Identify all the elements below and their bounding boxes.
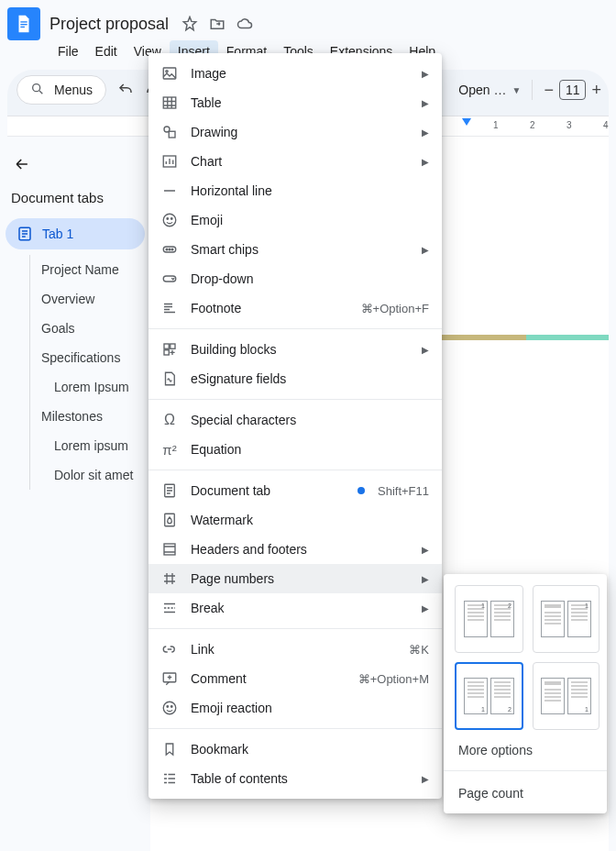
- insert-bookmark[interactable]: Bookmark: [148, 735, 442, 764]
- horizontal-line-icon: [161, 182, 178, 199]
- chevron-right-icon: ▶: [422, 98, 429, 108]
- svg-rect-20: [164, 344, 169, 348]
- svg-rect-7: [163, 97, 176, 108]
- ruler-tick-4: 4: [603, 120, 609, 130]
- svg-point-3: [33, 84, 40, 92]
- footnote-icon: [161, 300, 178, 316]
- svg-point-27: [163, 702, 176, 714]
- back-arrow-button[interactable]: [6, 146, 145, 182]
- svg-rect-25: [164, 544, 175, 555]
- menu-edit[interactable]: Edit: [87, 40, 126, 62]
- insert-building-blocks[interactable]: Building blocks▶: [148, 335, 442, 364]
- chevron-right-icon: ▶: [422, 603, 429, 613]
- svg-rect-1: [20, 24, 27, 25]
- menus-label: Menus: [54, 83, 93, 97]
- font-family-dropdown[interactable]: Open …: [458, 83, 506, 97]
- new-feature-dot-icon: [358, 487, 365, 494]
- break-icon: [161, 600, 178, 616]
- insert-document-tab[interactable]: Document tabShift+F11: [148, 476, 442, 505]
- toc-icon: [161, 770, 178, 787]
- svg-rect-22: [164, 350, 169, 355]
- svg-point-28: [167, 706, 169, 708]
- insert-drawing[interactable]: Drawing▶: [148, 117, 442, 147]
- outline-lorem-ipsum-2[interactable]: Lorem ipsum: [30, 431, 145, 460]
- cloud-status-icon[interactable]: [236, 16, 253, 32]
- outline-goals[interactable]: Goals: [30, 314, 145, 343]
- pagenum-page-count[interactable]: Page count: [455, 779, 596, 802]
- insert-break[interactable]: Break▶: [148, 593, 442, 623]
- chevron-right-icon: ▶: [422, 157, 429, 167]
- chart-icon: [161, 153, 178, 170]
- insert-comment[interactable]: Comment⌘+Option+M: [148, 664, 442, 693]
- insert-special-characters[interactable]: ΩSpecial characters: [148, 405, 442, 435]
- outline-specifications[interactable]: Specifications: [30, 343, 145, 372]
- headers-footers-icon: [161, 541, 178, 558]
- svg-point-16: [166, 249, 168, 250]
- svg-point-14: [171, 218, 173, 220]
- svg-point-29: [171, 706, 173, 708]
- outline-project-name[interactable]: Project Name: [30, 255, 145, 284]
- esignature-icon: [161, 370, 178, 387]
- font-size-decrease-button[interactable]: −: [544, 81, 554, 100]
- star-icon[interactable]: [182, 16, 198, 32]
- insert-link[interactable]: Link⌘K: [148, 635, 442, 664]
- insert-menu-panel: Image▶ Table▶ Drawing▶ Chart▶ Horizontal…: [148, 53, 442, 799]
- undo-icon[interactable]: [117, 82, 134, 98]
- document-title[interactable]: Project proposal: [50, 15, 169, 34]
- chevron-right-icon: ▶: [422, 345, 429, 355]
- image-icon: [161, 65, 178, 82]
- outline-dolor[interactable]: Dolor sit amet: [30, 460, 145, 490]
- insert-smart-chips[interactable]: Smart chips▶: [148, 235, 442, 264]
- indent-marker-icon[interactable]: [462, 118, 471, 126]
- insert-image[interactable]: Image▶: [148, 59, 442, 88]
- smart-chips-icon: [161, 241, 178, 258]
- svg-rect-24: [165, 514, 175, 526]
- sidebar-tab-label: Tab 1: [42, 227, 73, 241]
- svg-point-6: [166, 71, 168, 72]
- insert-footnote[interactable]: Footnote⌘+Option+F: [148, 293, 442, 323]
- insert-equation[interactable]: π²Equation: [148, 435, 442, 464]
- document-tabs-sidebar: Document tabs Tab 1 Project Name Overvie…: [0, 137, 150, 851]
- insert-table[interactable]: Table▶: [148, 88, 442, 117]
- svg-rect-21: [170, 344, 175, 348]
- emoji-icon: [161, 212, 178, 228]
- outline-overview[interactable]: Overview: [30, 284, 145, 314]
- page-decoration-stripe: [526, 335, 609, 340]
- building-blocks-icon: [161, 341, 178, 358]
- chevron-right-icon: ▶: [422, 69, 429, 79]
- insert-chart[interactable]: Chart▶: [148, 147, 442, 176]
- emoji-reaction-icon: [161, 700, 178, 716]
- sidebar-tab-1[interactable]: Tab 1: [6, 218, 145, 249]
- comment-icon: [161, 670, 178, 687]
- chevron-right-icon: ▶: [422, 574, 429, 584]
- pagenum-more-options[interactable]: More options: [455, 730, 596, 763]
- pagenum-option-footer-skip-first[interactable]: 1: [533, 662, 600, 730]
- insert-headers-footers[interactable]: Headers and footers▶: [148, 535, 442, 564]
- svg-rect-0: [20, 21, 27, 22]
- insert-horizontal-line[interactable]: Horizontal line: [148, 176, 442, 205]
- pagenum-option-header-all[interactable]: 1 2: [455, 585, 523, 653]
- outline-milestones[interactable]: Milestones: [30, 402, 145, 431]
- font-size-increase-button[interactable]: +: [591, 81, 601, 100]
- ruler-tick-1: 1: [493, 120, 499, 130]
- svg-point-12: [163, 214, 176, 227]
- docs-logo-icon[interactable]: [7, 7, 40, 40]
- insert-emoji[interactable]: Emoji: [148, 205, 442, 235]
- chevron-right-icon: ▶: [422, 245, 429, 255]
- insert-table-of-contents[interactable]: Table of contents▶: [148, 764, 442, 793]
- insert-dropdown[interactable]: Drop-down: [148, 264, 442, 293]
- menu-file[interactable]: File: [50, 40, 87, 62]
- insert-watermark[interactable]: Watermark: [148, 505, 442, 535]
- ruler-tick-2: 2: [530, 120, 535, 130]
- insert-page-numbers[interactable]: Page numbers▶: [148, 564, 442, 593]
- insert-esignature[interactable]: eSignature fields: [148, 364, 442, 393]
- pagenum-option-header-skip-first[interactable]: 1: [533, 585, 600, 653]
- outline-lorem-ipsum-1[interactable]: Lorem Ipsum: [30, 372, 145, 402]
- svg-point-13: [167, 218, 169, 220]
- document-tab-icon: [161, 482, 178, 499]
- move-icon[interactable]: [209, 16, 226, 32]
- pagenum-option-footer-all[interactable]: 1 2: [455, 662, 523, 730]
- insert-emoji-reaction[interactable]: Emoji reaction: [148, 693, 442, 723]
- font-size-input[interactable]: 11: [559, 80, 587, 100]
- menus-search-button[interactable]: Menus: [16, 75, 106, 105]
